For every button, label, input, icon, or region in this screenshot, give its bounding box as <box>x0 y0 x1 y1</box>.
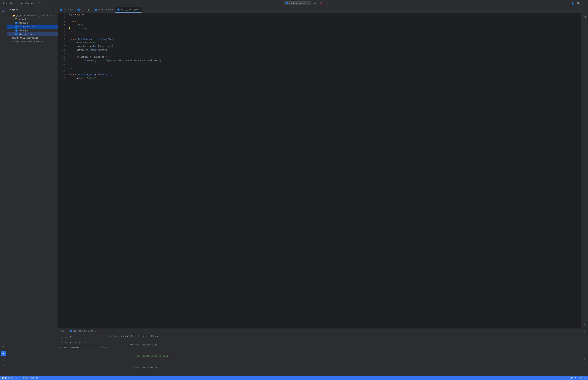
sidebar-icon-more[interactable]: ⋯ <box>1 20 6 26</box>
sidebar-icon-project[interactable]: ☰ <box>1 8 6 14</box>
sidebar-icon-run[interactable]: ▶ <box>1 344 6 349</box>
stop-button[interactable]: ■ <box>69 335 73 339</box>
maingo-label: main.go <box>19 22 28 24</box>
tree-item-scratches[interactable]: ≡ Scratches and Consoles <box>7 40 58 43</box>
bottom-tab-run-label: Run <box>60 330 64 332</box>
code-line-19: name := "James" <box>68 76 580 80</box>
tab-wire-gen-go[interactable]: 🔵 wire_gen.go <box>92 7 115 13</box>
filter-more-button[interactable]: ⋯ <box>83 341 87 345</box>
status-file[interactable]: 🔵 main_test.go <box>20 377 38 379</box>
panel-title-chevron-icon: ▾ <box>19 9 20 11</box>
sidebar-icon-terminal[interactable]: ⌨ <box>1 363 6 368</box>
line8-run-icon[interactable]: ✓ <box>69 38 70 41</box>
vcs-dropdown[interactable]: Version control ▾ <box>19 1 44 5</box>
tab-main-go[interactable]: 🔵 main.go <box>58 7 75 13</box>
sidebar-icon-problems[interactable]: ⚠ <box>1 357 6 362</box>
settings-button[interactable]: ⚙ <box>582 1 587 6</box>
clock-button[interactable]: ⏱ <box>78 341 82 345</box>
tree-item-wire-gen-go[interactable]: 🔵 wire_gen.go <box>7 32 58 36</box>
status-file-icon: 🔵 <box>20 377 22 379</box>
code-line-4: "fmt" <box>68 23 580 27</box>
tab-wirego-icon: 🔵 <box>77 8 80 11</box>
tree-item-gomod[interactable]: › ☰ go.mod <box>7 17 58 21</box>
sort-button[interactable]: ⇅ <box>69 341 73 345</box>
test-results-pass-icon: ✓ <box>61 346 63 349</box>
tree-item-external-libs[interactable]: › ⊞ External Libraries <box>7 36 58 40</box>
run-button[interactable]: ▶ <box>313 1 318 6</box>
scratches-label: Scratches and Consoles <box>14 40 44 43</box>
panel-actions: ⋮ <box>52 8 56 12</box>
rerun-button[interactable]: ↻ <box>59 335 63 339</box>
wiregengo-icon: 🔵 <box>15 33 18 36</box>
bottom-tab-gotest[interactable]: 🔵 go test go_wire ✕ <box>67 328 99 334</box>
sidebar-icon-run-active[interactable]: ▶ <box>1 351 6 356</box>
console-output[interactable]: === RUN TestNewUser --- PASS: TestNewUse… <box>109 338 588 376</box>
code-line-15: } <box>68 62 580 66</box>
scroll-down-button[interactable]: ↓ <box>583 362 587 366</box>
right-sidebar: 🗄 ✓ <box>581 13 588 328</box>
tab-maintestgo-close[interactable]: ✕ <box>138 8 140 11</box>
tests-passed-text: Tests passed: 2 of 2 tests – 59 ms <box>113 335 158 338</box>
panel-action-more[interactable]: ⋮ <box>52 8 56 12</box>
status-expand-icon[interactable]: ⤢ <box>585 377 587 379</box>
bottom-panel-actions: ⋮ — <box>576 329 588 333</box>
tree-button[interactable]: ⌥ <box>74 341 77 345</box>
test-results-item[interactable]: ▾ ✓ Test Results 59 ms <box>58 345 109 350</box>
tree-item-wire-go[interactable]: 🔵 wire.go <box>7 29 58 32</box>
file-tree-panel: Project ▾ ⋮ ▾ 📁 go_wire ~/GolandProjects… <box>7 7 58 376</box>
status-folder-icon: 📁 <box>1 377 4 379</box>
bottom-tab-gotest-close[interactable]: ✕ <box>94 330 96 332</box>
code-content[interactable]: ▶ package main import ( <box>66 13 581 328</box>
code-line-17 <box>68 70 580 73</box>
scratches-icon: ≡ <box>12 40 14 43</box>
filter-skip-button[interactable]: ⊘ <box>64 341 68 345</box>
profile-button[interactable]: 👤 <box>570 1 575 6</box>
code-line-3: import ( <box>68 20 580 24</box>
run-config-dropdown[interactable]: 🔵 go test go_wire ▾ <box>284 1 311 5</box>
bottom-tab-gotest-icon: 🔵 <box>70 330 73 333</box>
status-line-ending[interactable]: LF <box>565 377 567 379</box>
sidebar-icon-vcs[interactable]: ⑂ <box>1 14 6 20</box>
sidebar-icon-git[interactable]: ↑ <box>1 369 6 375</box>
line-numbers: 1 2 3 4 5 6 7 8 9 10 11 12 13 14 15 16 1 <box>58 13 66 328</box>
code-line-2 <box>68 17 580 20</box>
run-config-chevron-icon: ▾ <box>309 2 310 4</box>
editor-area: 🔵 main.go 🔵 wire.go 🔵 wire_gen.go 🔵 main… <box>58 7 588 328</box>
tree-item-main-go[interactable]: 🔵 main.go <box>7 21 58 25</box>
extlibs-label: External Libraries <box>14 37 38 39</box>
search-button[interactable]: 🔍 <box>576 1 581 6</box>
gomod-label: go.mod <box>18 18 26 20</box>
code-line-10: expected := User{name: name} <box>68 45 580 48</box>
project-dropdown[interactable]: 🗂 go_wire ▾ <box>1 1 18 5</box>
tab-wire-go[interactable]: 🔵 wire.go <box>75 7 93 13</box>
status-encoding[interactable]: UTF-8 <box>570 377 576 379</box>
bottom-minimize-button[interactable]: — <box>583 329 587 333</box>
tab-maintestgo-label: main_test.go <box>121 8 137 11</box>
wirego-label: wire.go <box>19 29 28 32</box>
test-results-collapse-icon: ▾ <box>59 346 60 349</box>
status-file-name: main_test.go <box>23 377 38 379</box>
db-icon[interactable]: 🗄 <box>582 14 588 20</box>
status-indent[interactable]: Tab <box>578 377 582 379</box>
bottom-more-button[interactable]: ⋮ <box>578 329 582 333</box>
line1-run-icon[interactable]: ▶ <box>69 13 70 16</box>
code-editor: 1 2 3 4 5 6 7 8 9 10 11 12 13 14 15 16 1 <box>58 13 588 328</box>
tree-item-main-test-go[interactable]: 🔵 main_test.go <box>7 25 58 29</box>
editor-tabs-more-button[interactable]: ⋮ <box>583 8 587 12</box>
console-scroll-controls: ↑ ↓ <box>583 357 587 366</box>
more-run-options-button[interactable]: ⋮ <box>325 1 330 6</box>
maintestgo-label: main_test.go <box>19 25 35 28</box>
filter-pass-button[interactable]: ✓ <box>59 341 63 345</box>
bottom-tab-run[interactable]: Run <box>58 328 67 334</box>
toolbar-more-button[interactable]: ⋯ <box>74 335 77 339</box>
debug-button[interactable]: 🐞 <box>319 1 323 6</box>
rerun-failed-button[interactable]: ↻ <box>64 335 68 339</box>
tree-item-root[interactable]: ▾ 📁 go_wire ~/GolandProjects/go_wire <box>7 14 58 17</box>
tab-main-test-go[interactable]: 🔵 main_test.go ✕ <box>115 7 142 13</box>
bottom-right-panel: ✓ Tests passed: 2 of 2 tests – 59 ms ===… <box>109 334 588 376</box>
status-project-name: go_wire <box>5 377 13 379</box>
line18-run-icon[interactable]: ✓ <box>69 73 70 76</box>
main-layout: ☰ ⑂ ⋯ ▶ ▶ ⚠ ⌨ ↑ Project ▾ ⋮ ▾ 📁 go_wire <box>0 7 588 376</box>
scroll-up-button[interactable]: ↑ <box>583 357 587 361</box>
status-project[interactable]: 📁 go_wire <box>1 377 13 379</box>
